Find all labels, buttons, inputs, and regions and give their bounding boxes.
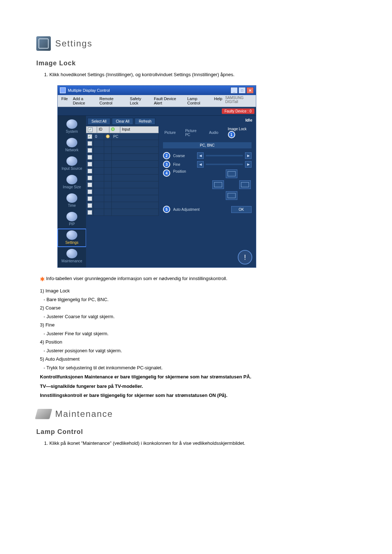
select-all-button[interactable]: Select All xyxy=(87,118,110,125)
tab-audio[interactable]: Audio xyxy=(205,130,222,136)
auto-label: Auto Adjustment xyxy=(173,208,200,212)
sidebar-label-maintenance: Maintenance xyxy=(61,259,82,263)
th-id: ID xyxy=(97,126,109,133)
row-checkbox[interactable] xyxy=(87,182,92,187)
sidebar-item-time[interactable]: Time xyxy=(58,192,86,210)
sidebar-label-time: Time xyxy=(68,204,76,208)
table-row xyxy=(86,175,159,181)
fine-dec-button[interactable]: ◀ xyxy=(197,161,204,168)
row-checkbox[interactable] xyxy=(87,189,92,194)
star-icon: ✱ xyxy=(40,275,45,284)
position-left-button[interactable] xyxy=(212,180,224,189)
fine-inc-button[interactable]: ▶ xyxy=(245,161,252,168)
tab-picture-pc[interactable]: Picture PC xyxy=(181,128,203,138)
row-checkbox[interactable] xyxy=(87,210,92,215)
step1-text: Klikk hovedikonet Settings (Innstillinge… xyxy=(49,71,356,78)
table-row xyxy=(86,140,159,147)
fine-row: 3 Fine ◀ ▶ xyxy=(163,161,252,168)
menu-remote[interactable]: Remote Control xyxy=(97,96,127,106)
bold-notes: Kontrollfunksjonen Maintenance er bare t… xyxy=(36,373,356,399)
settings-header: Settings xyxy=(36,36,356,51)
fine-label: Fine xyxy=(173,163,195,167)
position-down-button[interactable] xyxy=(226,191,237,200)
sidebar-item-image-size[interactable]: Image Size xyxy=(58,173,86,191)
maximize-button[interactable]: □ xyxy=(238,87,246,94)
info-line: ✱ Info-tabellen viser grunnleggende info… xyxy=(40,275,356,284)
settings-panel: Idle Picture Picture PC Audio Image Lock… xyxy=(159,116,256,267)
row-checkbox[interactable] xyxy=(87,155,92,160)
sidebar-item-system[interactable]: System xyxy=(58,118,86,136)
steps-list-2: Klikk på ikonet "Maintenance" (vedlikeho… xyxy=(49,440,356,447)
menubar: File Add a Device Remote Control Safety … xyxy=(58,95,256,107)
table-row xyxy=(86,195,159,202)
menu-add-device[interactable]: Add a Device xyxy=(71,96,97,106)
network-icon xyxy=(66,138,77,147)
device-column: Select All Clear All Refresh ID Input 0 xyxy=(86,116,159,267)
titlebar: Multiple Display Control _ □ ✕ xyxy=(58,86,256,95)
sidebar-label-image-size: Image Size xyxy=(63,185,81,189)
position-up-button[interactable] xyxy=(226,169,237,178)
row-checkbox[interactable] xyxy=(87,169,92,173)
row-input: PC xyxy=(112,133,159,140)
coarse-label: Coarse xyxy=(173,154,195,158)
item-5: 5) Auto Adjustment xyxy=(40,356,356,363)
header-checkbox[interactable] xyxy=(88,127,93,132)
minimize-button[interactable]: _ xyxy=(230,87,238,94)
row-checkbox[interactable] xyxy=(87,141,92,146)
item-2-sub: - Justerer Coarse for valgt skjerm. xyxy=(44,313,356,320)
position-right-button[interactable] xyxy=(239,180,251,189)
maintenance-title: Maintenance xyxy=(55,409,113,419)
close-button[interactable]: ✕ xyxy=(246,87,254,94)
menu-help[interactable]: Help xyxy=(212,96,225,106)
marker-2: 2 xyxy=(163,152,170,159)
table-row xyxy=(86,202,159,209)
th-input: Input xyxy=(120,126,159,133)
fine-slider[interactable] xyxy=(206,164,243,165)
coarse-slider[interactable] xyxy=(206,155,243,156)
numbered-list: 1) Image Lock - Bare tilgjengelig for PC… xyxy=(36,287,356,371)
window-title: Multiple Display Control xyxy=(68,88,110,93)
menu-file[interactable]: File xyxy=(59,96,70,106)
tab-row: Picture Picture PC Audio Image Lock1 xyxy=(161,126,254,139)
sidebar-item-input-source[interactable]: Input Source xyxy=(58,155,86,173)
mdc-window: Multiple Display Control _ □ ✕ File Add … xyxy=(57,85,256,268)
bold-3: Innstillingskontroll er bare tilgjengeli… xyxy=(40,392,356,399)
sidebar-item-pip[interactable]: PIP xyxy=(58,210,86,228)
panel-subtitle: PC, BNC xyxy=(163,142,252,148)
time-icon xyxy=(66,193,77,203)
auto-adjust-row: 5 Auto Adjustment OK xyxy=(163,206,252,213)
refresh-button[interactable]: Refresh xyxy=(135,118,155,125)
ok-button[interactable]: OK xyxy=(231,206,252,213)
sidebar-item-network[interactable]: Network xyxy=(58,136,86,154)
bold-2: TV—signalkilde fungerer bare på TV-model… xyxy=(40,383,356,390)
sidebar-item-maintenance[interactable]: Maintenance xyxy=(58,247,86,265)
row-checkbox[interactable] xyxy=(87,134,92,139)
tab-image-lock[interactable]: Image Lock1 xyxy=(224,126,254,139)
tab-picture[interactable]: Picture xyxy=(161,130,179,136)
marker-3: 3 xyxy=(163,161,170,168)
row-checkbox[interactable] xyxy=(87,162,92,167)
row-checkbox[interactable] xyxy=(87,196,92,201)
table-header: ID Input xyxy=(86,126,159,133)
table-row[interactable]: 0 PC xyxy=(86,133,159,140)
coarse-inc-button[interactable]: ▶ xyxy=(245,152,252,159)
sidebar-label-pip: PIP xyxy=(69,222,75,226)
coarse-dec-button[interactable]: ◀ xyxy=(197,152,204,159)
steps-list-1: Klikk hovedikonet Settings (Innstillinge… xyxy=(49,71,356,78)
menu-lamp-control[interactable]: Lamp Control xyxy=(185,96,211,106)
menu-fault-alert[interactable]: Fault Device Alert xyxy=(152,96,184,106)
table-row xyxy=(86,181,159,188)
row-checkbox[interactable] xyxy=(87,176,92,180)
sidebar-item-settings[interactable]: Settings xyxy=(58,229,86,247)
clear-all-button[interactable]: Clear All xyxy=(112,118,133,125)
menu-safety-lock[interactable]: Safety Lock xyxy=(128,96,151,106)
item-1-sub: - Bare tilgjengelig for PC, BNC. xyxy=(44,296,356,303)
step2-text: Klikk på ikonet "Maintenance" (vedlikeho… xyxy=(49,440,356,447)
settings-icon xyxy=(66,230,77,240)
item-3: 3) Fine xyxy=(40,321,356,329)
row-checkbox[interactable] xyxy=(87,148,92,153)
table-row xyxy=(86,161,159,168)
row-checkbox[interactable] xyxy=(87,203,92,208)
item-2: 2) Coarse xyxy=(40,304,356,312)
info-text: Info-tabellen viser grunnleggende inform… xyxy=(46,275,227,282)
